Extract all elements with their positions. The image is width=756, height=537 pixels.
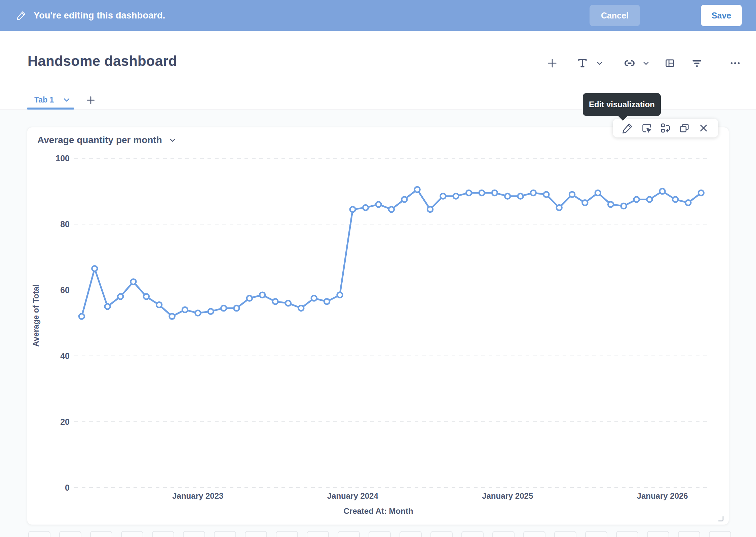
x-axis-title: Created At: Month — [27, 506, 729, 516]
cancel-button[interactable]: Cancel — [590, 5, 640, 26]
grid-placeholder-cell — [678, 531, 700, 537]
grid-placeholder-cell — [554, 531, 576, 537]
save-button[interactable]: Save — [701, 5, 742, 26]
y-tick-0: 0 — [65, 483, 70, 492]
grid-placeholder-cell — [245, 531, 267, 537]
data-point-2023-06 — [260, 292, 265, 298]
add-text-icon[interactable] — [573, 54, 592, 73]
tab-chevron-down-icon[interactable] — [63, 96, 71, 104]
tab-1[interactable]: Tab 1 — [27, 90, 78, 110]
data-point-2025-03 — [531, 190, 536, 196]
data-point-2025-05 — [557, 205, 562, 210]
data-point-2026-01 — [660, 189, 665, 194]
data-point-2023-03 — [221, 305, 226, 311]
grid-placeholder-cell — [616, 531, 638, 537]
data-point-2024-11 — [479, 190, 485, 196]
add-text-chevron-icon[interactable] — [594, 54, 605, 73]
data-point-2023-12 — [337, 292, 342, 298]
data-point-2024-02 — [363, 205, 368, 210]
data-point-2023-04 — [234, 305, 239, 311]
data-point-2022-08 — [131, 279, 136, 285]
add-filter-icon[interactable] — [687, 54, 706, 73]
grid-placeholder-cell — [28, 531, 50, 537]
data-point-2025-07 — [582, 200, 588, 205]
data-point-2023-02 — [208, 309, 214, 314]
data-point-2024-04 — [389, 207, 394, 212]
pencil-icon — [16, 10, 26, 20]
x-tick: January 2024 — [327, 491, 379, 500]
data-point-2025-02 — [518, 194, 523, 199]
grid-placeholder-row — [0, 531, 756, 537]
x-tick: January 2025 — [482, 491, 533, 500]
data-point-2024-05 — [402, 197, 407, 202]
data-point-2023-08 — [286, 300, 291, 306]
data-point-2026-03 — [685, 200, 691, 205]
data-point-2025-04 — [543, 192, 549, 197]
card-resize-handle[interactable] — [715, 513, 724, 522]
toolbar-divider — [718, 56, 718, 71]
grid-placeholder-cell — [59, 531, 81, 537]
card-action-toolbar — [613, 119, 718, 137]
data-point-2024-01 — [350, 207, 355, 212]
data-point-2025-10 — [621, 203, 627, 209]
grid-placeholder-cell — [400, 531, 422, 537]
active-tab-underline — [27, 108, 74, 110]
grid-placeholder-cell — [585, 531, 607, 537]
editing-banner: You're editing this dashboard. Cancel Sa… — [0, 0, 756, 31]
data-point-2025-09 — [608, 202, 613, 207]
grid-placeholder-cell — [152, 531, 174, 537]
data-point-2025-11 — [634, 197, 639, 202]
y-tick-100: 100 — [55, 154, 70, 163]
y-tick-40: 40 — [60, 351, 70, 361]
data-point-2022-06 — [105, 304, 110, 309]
data-point-2024-10 — [466, 190, 471, 196]
replace-visualization-icon[interactable] — [658, 121, 673, 135]
data-point-2025-01 — [505, 194, 510, 199]
more-options-icon[interactable] — [726, 54, 745, 73]
data-point-2023-05 — [247, 296, 252, 301]
add-link-icon[interactable] — [620, 54, 639, 73]
grid-placeholder-cell — [369, 531, 391, 537]
data-point-2024-12 — [492, 190, 497, 196]
data-point-2023-11 — [324, 299, 330, 304]
x-tick: January 2023 — [172, 491, 223, 500]
grid-placeholder-cell — [647, 531, 669, 537]
data-point-2025-12 — [647, 197, 652, 202]
data-point-2026-04 — [698, 190, 704, 196]
data-point-2024-09 — [453, 194, 459, 199]
data-point-2022-05 — [92, 266, 97, 271]
data-point-2023-09 — [298, 305, 304, 311]
grid-placeholder-cell — [461, 531, 484, 537]
data-point-2022-04 — [79, 314, 84, 319]
data-point-2024-08 — [440, 194, 446, 199]
grid-placeholder-cell — [430, 531, 453, 537]
edit-visualization-icon[interactable] — [620, 121, 635, 135]
duplicate-icon[interactable] — [677, 121, 692, 135]
data-point-2024-07 — [427, 207, 433, 212]
click-behavior-icon[interactable] — [639, 121, 654, 135]
dashboard-title[interactable]: Handsome dashboard — [28, 53, 177, 69]
edit-visualization-tooltip: Edit visualization — [583, 93, 661, 116]
grid-placeholder-cell — [276, 531, 298, 537]
data-point-2022-09 — [144, 294, 149, 299]
grid-placeholder-cell — [338, 531, 360, 537]
chart-card[interactable]: Average quantity per month Average of To… — [27, 127, 729, 525]
tab-1-label: Tab 1 — [34, 95, 54, 105]
remove-card-icon[interactable] — [696, 121, 711, 135]
y-tick-20: 20 — [60, 417, 70, 426]
y-tick-60: 60 — [60, 285, 70, 295]
data-point-2025-08 — [595, 190, 601, 196]
data-point-2024-06 — [415, 187, 420, 192]
dashboard-canvas: Average quantity per month Average of To… — [0, 110, 756, 537]
add-section-icon[interactable] — [660, 54, 679, 73]
data-point-2025-06 — [569, 192, 575, 197]
data-point-2024-03 — [376, 202, 381, 207]
grid-placeholder-cell — [307, 531, 329, 537]
add-link-chevron-icon[interactable] — [640, 54, 652, 73]
data-point-2022-10 — [156, 302, 162, 307]
add-tab-icon[interactable] — [83, 93, 98, 108]
data-point-2026-02 — [673, 197, 678, 202]
add-question-icon[interactable] — [543, 54, 562, 73]
data-point-2022-11 — [169, 314, 175, 319]
grid-placeholder-cell — [492, 531, 515, 537]
